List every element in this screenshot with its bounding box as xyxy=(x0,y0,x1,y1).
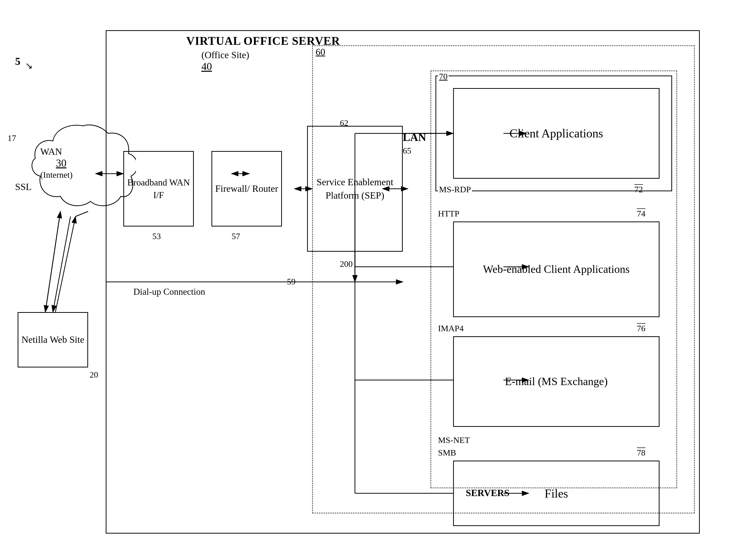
sep-box: Service Enablement Platform (SEP) xyxy=(307,126,403,252)
num-62: 62 xyxy=(340,118,348,128)
svg-line-23 xyxy=(45,211,60,312)
http-label: HTTP xyxy=(438,209,459,218)
sep-text: Service Enablement Platform (SEP) xyxy=(308,175,402,202)
figure-label: 5 xyxy=(15,55,20,67)
netilla-web-site-box: Netilla Web Site xyxy=(18,312,88,367)
diagram-container: 5 ↘ VIRTUAL OFFICE SERVER (Office Site) … xyxy=(10,10,720,549)
web-applications-box: Web-enabled Client Applications xyxy=(453,221,660,317)
num-74: 74 xyxy=(637,209,645,218)
wan-cloud xyxy=(30,121,136,211)
num-200: 200 xyxy=(340,259,353,269)
wan-label: WAN xyxy=(40,146,62,157)
firewall-router-box: Firewall/ Router xyxy=(211,151,282,227)
num-72: 72 xyxy=(634,185,643,194)
firewall-text: Firewall/ Router xyxy=(215,182,278,195)
num-57: 57 xyxy=(232,232,240,241)
num-59: 59 xyxy=(287,277,296,286)
client-applications-text: Client Applications xyxy=(509,126,603,141)
ssl-label: SSL xyxy=(15,181,31,192)
num-20: 20 xyxy=(90,370,98,380)
svg-line-19 xyxy=(55,216,76,312)
wan-number: 30 xyxy=(56,157,66,169)
client-applications-box: Client Applications xyxy=(453,88,660,179)
svg-line-21 xyxy=(53,216,70,312)
smb-label: SMB xyxy=(438,448,456,458)
num-76: 76 xyxy=(637,324,645,333)
figure-arrow: ↘ xyxy=(25,60,33,71)
lan-label: LAN xyxy=(403,131,426,144)
files-text: Files xyxy=(544,487,568,500)
num-65: 65 xyxy=(403,146,411,156)
email-box: E-mail (MS Exchange) xyxy=(453,336,660,427)
email-text: E-mail (MS Exchange) xyxy=(505,374,608,389)
svg-line-20 xyxy=(76,211,88,216)
ms-rdp-label: MS-RDP xyxy=(438,185,472,194)
num-78: 78 xyxy=(637,448,645,458)
wan-cloud-svg xyxy=(30,121,136,211)
box-70-number: 70 xyxy=(438,72,449,81)
lan-box-number: 60 xyxy=(315,46,326,57)
svg-line-22 xyxy=(45,211,60,312)
num-53: 53 xyxy=(152,232,161,241)
num-17: 17 xyxy=(8,133,16,143)
imap4-label: IMAP4 xyxy=(438,324,464,333)
outer-box-number: 40 xyxy=(201,60,212,72)
wan-subtitle: (Internet) xyxy=(40,170,72,180)
web-applications-text: Web-enabled Client Applications xyxy=(483,262,630,276)
dialup-label: Dial-up Connection xyxy=(133,286,205,297)
files-box: Files xyxy=(453,461,660,526)
outer-box-subtitle: (Office Site) xyxy=(201,49,249,60)
wan-text-label: WAN xyxy=(40,146,62,157)
netilla-text: Netilla Web Site xyxy=(21,333,84,346)
ms-net-label: MS-NET xyxy=(438,435,470,445)
